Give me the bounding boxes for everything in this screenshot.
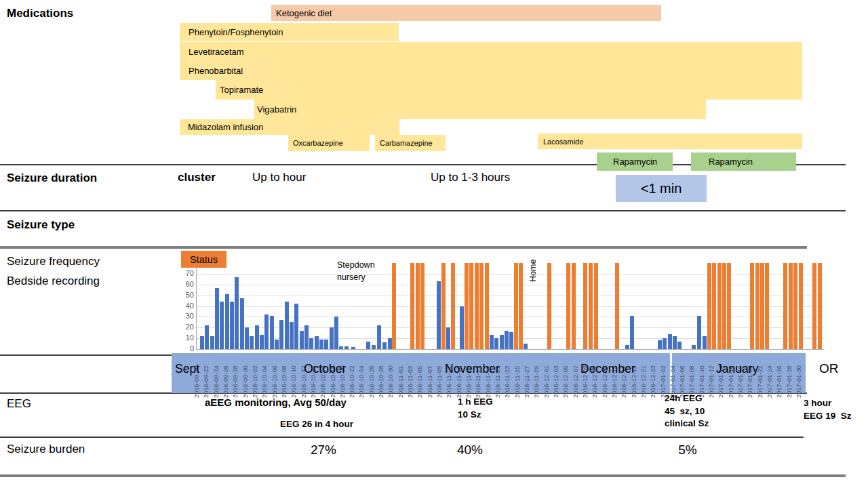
x-date-label: 2016-11-05 xyxy=(416,366,423,398)
chart-bar-orange xyxy=(475,263,479,349)
chart-bar-blue xyxy=(235,277,239,349)
chart-bar-blue xyxy=(344,346,349,349)
chart-bar-blue xyxy=(446,327,450,349)
chart-bar-orange xyxy=(420,263,425,349)
x-date-label: 2016-11-03 xyxy=(407,366,414,398)
chart-bar-orange xyxy=(755,263,760,349)
chart-bar-orange xyxy=(392,263,396,349)
chart-bar-blue xyxy=(673,336,677,349)
y-tick-60: 60 xyxy=(176,280,194,288)
chart-bar-blue xyxy=(210,336,214,349)
month-label-january: January xyxy=(716,362,758,376)
x-date-label: 2016-12-05 xyxy=(562,365,569,398)
chart-bar-blue xyxy=(264,314,269,349)
duration-item-up-to-1-3-hours: Up to 1-3 hours xyxy=(431,171,510,184)
med-bar-lacosamide: Lacosamide xyxy=(538,134,802,149)
row-label-seizure-burden: Seizure burden xyxy=(7,443,85,456)
row-label-eeg: EEG xyxy=(7,397,31,411)
med-bar-oxcarbazepine: Oxcarbazepine xyxy=(288,135,370,151)
x-axis-line xyxy=(196,349,824,350)
month-label-sept: Sept xyxy=(175,362,199,376)
chart-bar-orange xyxy=(469,263,473,349)
x-date-label: 2016-11-27 xyxy=(524,366,530,398)
y-tick-20: 20 xyxy=(176,323,194,331)
chart-bar-blue xyxy=(245,327,249,349)
x-date-label: 2016-09-26 xyxy=(222,365,229,398)
chart-bar-blue xyxy=(524,344,528,349)
y-tick-70: 70 xyxy=(176,269,194,277)
x-date-label: 2016-11-07 xyxy=(427,366,433,398)
chart-bar-orange xyxy=(547,263,551,349)
chart-bar-orange xyxy=(799,263,803,349)
chart-bar-orange xyxy=(441,263,446,349)
chart-bar-orange xyxy=(485,263,489,349)
med-bar-levetiracetam: Levetiracetam xyxy=(180,42,802,61)
chart-bar-orange xyxy=(615,263,619,349)
chart-bar-blue xyxy=(255,325,259,349)
chart-bar-blue xyxy=(339,346,343,349)
x-date-label: 2016-10-30 xyxy=(387,365,394,398)
divider-duration-bottom xyxy=(0,210,846,211)
eeg-note-1: EEG 26 in 4 hour xyxy=(280,418,353,431)
stepdown-line1: Stepdown xyxy=(337,259,375,271)
row-label-medications: Medications xyxy=(7,7,73,20)
x-date-label: 2016-12-21 xyxy=(640,365,647,398)
y-tick-30: 30 xyxy=(176,312,194,320)
chart-bar-blue xyxy=(658,340,662,349)
chart-bar-orange xyxy=(750,263,754,349)
chart-bar-blue xyxy=(315,336,319,349)
chart-bar-blue xyxy=(334,317,338,349)
chart-bar-blue xyxy=(220,302,224,349)
med-bar-ketogenic-diet: Ketogenic diet xyxy=(271,5,661,21)
x-date-label: 2016-10-08 xyxy=(281,365,288,398)
chart-bar-blue xyxy=(260,335,264,349)
chart-bar-orange xyxy=(410,263,414,349)
med-bar-topiramate: Topiramate xyxy=(216,80,802,100)
chart-bar-orange xyxy=(789,263,793,349)
x-date-label: 2016-12-03 xyxy=(553,365,559,398)
chart-bar-blue xyxy=(230,302,234,349)
x-date-label: 2016-12-01 xyxy=(543,365,550,398)
chart-bar-blue xyxy=(494,338,498,349)
chart-bar-blue xyxy=(372,345,376,349)
med-bar-vigabatrin: Vigabatrin xyxy=(254,100,706,119)
x-date-label: 2016-09-28 xyxy=(232,365,239,398)
burden-value-27: 27% xyxy=(296,443,351,458)
chart-bar-orange xyxy=(589,263,593,349)
chart-bar-orange xyxy=(514,263,518,349)
x-date-label: 2016-09-24 xyxy=(213,365,220,398)
chart-bar-blue xyxy=(300,331,304,349)
x-date-label: 2016-10-02 xyxy=(252,365,258,398)
x-date-label: 2016-11-01 xyxy=(397,366,404,398)
x-date-label: 2017-01-26 xyxy=(776,365,783,398)
chart-bar-blue xyxy=(500,335,504,349)
chart-bar-blue xyxy=(240,298,244,349)
eeg-note-2: 1 h EEG 10 Sz xyxy=(458,396,493,421)
chart-bar-blue xyxy=(505,331,509,349)
duration-lt1min-box: <1 min xyxy=(616,175,707,202)
chart-bar-orange xyxy=(727,263,731,349)
chart-bar-blue xyxy=(275,340,279,349)
status-badge-label: Status xyxy=(190,254,218,265)
chart-bar-orange xyxy=(760,263,764,349)
chart-bar-orange xyxy=(812,263,816,349)
month-label-december: December xyxy=(580,362,635,376)
chart-bar-orange xyxy=(707,263,711,349)
chart-bar-blue xyxy=(697,316,701,349)
chart-bar-blue xyxy=(200,336,204,349)
chart-bar-orange xyxy=(479,263,484,349)
chart-bar-blue xyxy=(294,304,298,349)
med-bar-midazolam-infusion: Midazolam infusion xyxy=(180,119,399,135)
x-date-label: 2017-01-28 xyxy=(786,365,793,398)
y-tick-40: 40 xyxy=(176,302,194,310)
chart-bar-blue xyxy=(668,334,672,349)
x-date-label: 2016-11-25 xyxy=(514,366,521,398)
x-date-label: 2017-01-24 xyxy=(766,365,773,398)
med-bar-rapamycin: Rapamycin xyxy=(597,152,673,171)
y-tick-0: 0 xyxy=(176,344,194,352)
x-date-label: 2016-10-26 xyxy=(368,365,375,398)
med-bar-rapamycin: Rapamycin xyxy=(691,152,796,171)
status-badge: Status xyxy=(181,251,226,268)
med-bar-phenytoin-fosphenytoin: Phenytoin/Fosphenytoin xyxy=(180,23,399,41)
chart-bar-blue xyxy=(366,342,370,349)
